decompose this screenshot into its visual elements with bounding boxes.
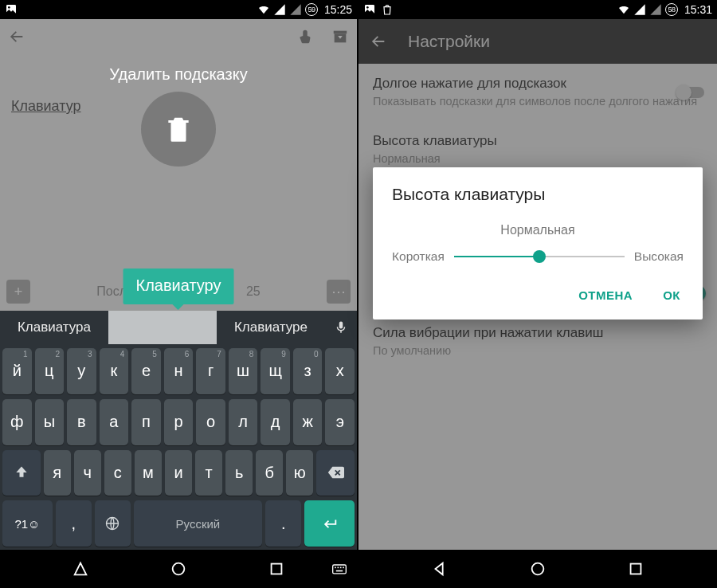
key-я[interactable]: я	[44, 450, 71, 496]
language-key[interactable]	[95, 500, 131, 547]
key-ю[interactable]: ю	[286, 450, 313, 496]
candidate-row: Клавиатура Клавиатуре	[0, 311, 357, 344]
key-ш[interactable]: ш8	[229, 348, 258, 394]
wifi-icon	[257, 3, 270, 16]
editor-area: Клавиатур + После 25 ⋯ Удалить подсказку…	[0, 19, 357, 311]
slider-thumb[interactable]	[533, 250, 546, 263]
cancel-button[interactable]: ОТМЕНА	[575, 280, 636, 310]
dialog-title: Высота клавиатуры	[392, 185, 684, 204]
svg-rect-12	[336, 570, 343, 572]
candidate-left[interactable]: Клавиатура	[0, 311, 108, 344]
key-э[interactable]: э	[325, 399, 355, 445]
svg-rect-6	[271, 564, 281, 574]
nav-recent-icon[interactable]	[268, 560, 285, 578]
backspace-icon	[327, 464, 344, 481]
candidate-center[interactable]	[108, 311, 217, 344]
clock-text: 15:25	[324, 3, 352, 16]
key-к[interactable]: к4	[100, 348, 129, 394]
key-в[interactable]: в	[67, 399, 96, 445]
key-ы[interactable]: ы	[35, 399, 65, 445]
shift-icon	[14, 465, 29, 480]
svg-point-15	[532, 563, 544, 575]
wifi-icon	[617, 3, 630, 16]
trash-icon	[163, 114, 194, 144]
phone-right: 58 15:31 Настройки Долгое нажатие для по…	[358, 0, 717, 588]
symbols-key[interactable]: ?1☺	[2, 500, 53, 547]
status-bar: 58 15:31	[358, 0, 717, 19]
key-р[interactable]: р	[164, 399, 194, 445]
key-б[interactable]: б	[256, 450, 283, 496]
clock-text: 15:31	[684, 3, 712, 16]
key-ц[interactable]: ц2	[35, 348, 65, 394]
settings-screen: Настройки Долгое нажатие для подсказокПо…	[358, 19, 717, 550]
key-с[interactable]: с	[104, 450, 131, 496]
svg-point-14	[366, 6, 369, 9]
svg-point-1	[8, 6, 10, 9]
mic-icon	[334, 320, 348, 335]
key-ч[interactable]: ч	[74, 450, 101, 496]
dialog-value-label: Нормальная	[392, 223, 684, 237]
svg-rect-11	[343, 567, 344, 569]
nav-home-icon[interactable]	[529, 560, 547, 578]
svg-point-5	[173, 563, 185, 575]
candidate-right[interactable]: Клавиатуре	[217, 311, 325, 344]
nav-bar	[0, 550, 357, 588]
key-и[interactable]: и	[165, 450, 192, 496]
key-е[interactable]: е5	[131, 348, 161, 394]
key-у[interactable]: у3	[67, 348, 96, 394]
image-icon	[363, 3, 376, 16]
nav-home-icon[interactable]	[170, 560, 187, 578]
trash-drop-target[interactable]	[141, 92, 216, 167]
nav-recent-icon[interactable]	[627, 560, 645, 578]
svg-rect-9	[338, 567, 339, 569]
key-т[interactable]: т	[195, 450, 222, 496]
key-ж[interactable]: ж	[293, 399, 323, 445]
enter-icon	[321, 515, 339, 532]
key-й[interactable]: й1	[2, 348, 32, 394]
key-м[interactable]: м	[135, 450, 162, 496]
backspace-key[interactable]	[316, 450, 355, 496]
globe-icon	[104, 515, 120, 531]
slider-min-label: Короткая	[392, 249, 445, 264]
ok-button[interactable]: ОК	[660, 280, 684, 310]
mic-button[interactable]	[325, 311, 357, 344]
phone-left: 59 15:25 Клавиатур + После 25 ⋯	[0, 0, 358, 588]
key-г[interactable]: г7	[196, 348, 225, 394]
key-а[interactable]: а	[100, 399, 129, 445]
svg-rect-8	[335, 567, 336, 569]
key-ф[interactable]: ф	[2, 399, 32, 445]
svg-rect-10	[340, 567, 342, 569]
signal-icon	[273, 3, 286, 16]
dragging-suggestion-chip[interactable]: Клавиатуру	[123, 269, 234, 304]
key-о[interactable]: о	[196, 399, 225, 445]
key-д[interactable]: д	[261, 399, 290, 445]
key-row-4: ?1☺ , Русский .	[2, 500, 355, 547]
key-л[interactable]: л	[229, 399, 258, 445]
nav-back-icon[interactable]	[431, 560, 449, 578]
signal-icon	[633, 3, 646, 16]
signal-2-icon	[649, 3, 662, 16]
key-х[interactable]: х	[325, 348, 355, 394]
comma-key[interactable]: ,	[56, 500, 92, 547]
key-row-3: ячсмитьбю	[2, 450, 355, 496]
key-з[interactable]: з0	[293, 348, 323, 394]
enter-key[interactable]	[304, 500, 355, 547]
nav-back-icon[interactable]	[72, 560, 89, 578]
shift-key[interactable]	[2, 450, 41, 496]
space-key[interactable]: Русский	[134, 500, 263, 547]
key-row-1: й1ц2у3к4е5н6г7ш8щ9з0х	[2, 348, 355, 394]
nav-bar	[358, 550, 717, 588]
battery-icon: 59	[305, 3, 318, 16]
image-icon	[5, 3, 18, 16]
signal-2-icon	[289, 3, 302, 16]
key-ь[interactable]: ь	[225, 450, 253, 496]
key-row-2: фывапролджэ	[2, 399, 355, 445]
key-н[interactable]: н6	[164, 348, 194, 394]
height-slider[interactable]	[454, 249, 625, 265]
key-п[interactable]: п	[131, 399, 161, 445]
ime-switch-icon[interactable]	[331, 561, 347, 577]
app-body: Клавиатур + После 25 ⋯ Удалить подсказку…	[0, 19, 357, 550]
period-key[interactable]: .	[265, 500, 301, 547]
soft-keyboard: Клавиатура Клавиатуре й1ц2у3к4е5н6г7ш8щ9…	[0, 311, 357, 550]
key-щ[interactable]: щ9	[261, 348, 290, 394]
